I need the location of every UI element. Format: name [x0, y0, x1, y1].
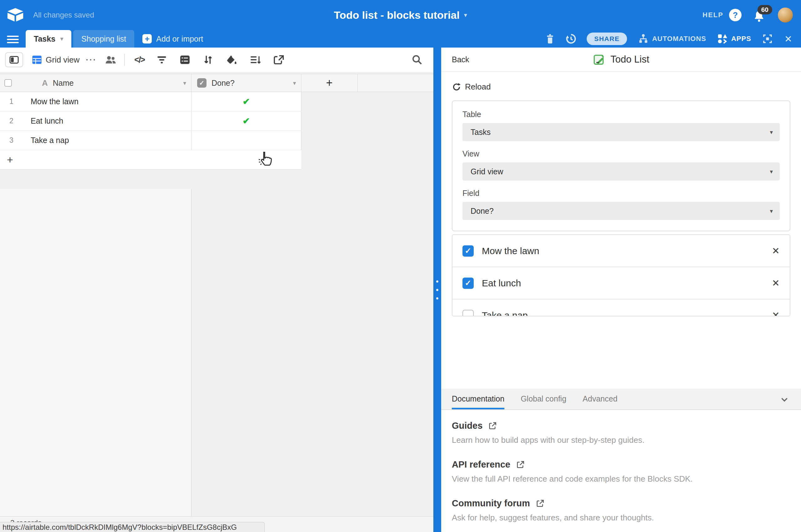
- doc-link-api-reference[interactable]: API reference View the full API referenc…: [452, 459, 790, 484]
- field-field-label: Field: [462, 189, 780, 198]
- table-row[interactable]: 3 Take a nap: [0, 131, 301, 150]
- grid-view-button[interactable]: [32, 55, 42, 64]
- reload-label: Reload: [465, 82, 491, 92]
- sidebar-menu-button[interactable]: [7, 36, 19, 43]
- search-icon: [412, 54, 423, 65]
- doc-link-community-forum[interactable]: Community forum Ask for help, suggest fe…: [452, 498, 790, 522]
- chevron-down-icon[interactable]: ▾: [293, 79, 296, 87]
- color-button[interactable]: [226, 55, 237, 65]
- view-name[interactable]: Grid view: [46, 55, 79, 65]
- hide-fields-icon[interactable]: </>: [134, 55, 145, 65]
- help-question-icon[interactable]: ?: [729, 9, 742, 21]
- external-link-icon: [536, 499, 545, 508]
- task-row[interactable]: ✓ Mow the lawn ✕: [453, 235, 790, 267]
- trash-icon: [545, 33, 555, 45]
- text-field-icon: A: [42, 78, 48, 88]
- table-row[interactable]: 2 Eat lunch ✔: [0, 111, 301, 131]
- top-bar: All changes saved Todo list - blocks tut…: [0, 0, 801, 30]
- chevron-down-icon[interactable]: ▾: [60, 35, 63, 42]
- tab-tasks[interactable]: Tasks ▾: [26, 30, 71, 48]
- share-button[interactable]: SHARE: [587, 33, 627, 45]
- doc-link-title[interactable]: Guides: [452, 421, 482, 431]
- doc-link-guides[interactable]: Guides Learn how to build apps with our …: [452, 421, 790, 445]
- field-select[interactable]: Done? ▾: [462, 202, 780, 220]
- fullscreen-icon[interactable]: [762, 33, 773, 44]
- status-url-tooltip: https://airtable.com/tblDckRkDIMlg6MgV?b…: [0, 522, 265, 532]
- task-list: ✓ Mow the lawn ✕ ✓ Eat lunch ✕ Take a na…: [452, 234, 790, 316]
- cell-name[interactable]: Eat lunch: [31, 111, 191, 131]
- filter-button[interactable]: [156, 55, 167, 64]
- sort-button[interactable]: [203, 55, 213, 65]
- chevron-down-icon[interactable]: ▾: [183, 79, 186, 87]
- back-button[interactable]: Back: [452, 55, 469, 64]
- delete-task-icon[interactable]: ✕: [772, 278, 780, 288]
- share-view-button[interactable]: [273, 55, 284, 65]
- row-height-button[interactable]: [250, 55, 261, 65]
- task-checkbox-checked[interactable]: ✓: [462, 245, 474, 256]
- table-row[interactable]: 1 Mow the lawn ✔: [0, 92, 301, 111]
- field-select-value: Done?: [471, 207, 494, 216]
- chevron-down-icon: ▾: [770, 208, 773, 215]
- help-button[interactable]: HELP: [702, 11, 723, 19]
- column-header-name[interactable]: A Name ▾: [0, 74, 191, 92]
- task-checkbox-checked[interactable]: ✓: [462, 278, 474, 289]
- delete-task-icon[interactable]: ✕: [772, 245, 780, 256]
- collapse-chevron-icon[interactable]: [779, 394, 790, 405]
- trash-button[interactable]: [545, 33, 555, 45]
- task-row[interactable]: ✓ Eat lunch ✕: [453, 267, 790, 300]
- tab-shopping-list[interactable]: Shopping list: [73, 30, 134, 48]
- view-select-value: Grid view: [471, 167, 503, 176]
- row-number: 1: [0, 97, 31, 106]
- table-select[interactable]: Tasks ▾: [462, 123, 780, 141]
- tab-global-config[interactable]: Global config: [521, 389, 566, 409]
- view-select[interactable]: Grid view ▾: [462, 163, 780, 180]
- plus-icon: +: [326, 76, 332, 90]
- automations-button[interactable]: AUTOMATIONS: [638, 33, 706, 44]
- grid-view-icon: [32, 55, 42, 64]
- cell-done[interactable]: ✔: [191, 92, 301, 111]
- sidebar-toggle-icon: [9, 56, 19, 64]
- panel-tab-bar: Documentation Global config Advanced: [441, 389, 801, 410]
- add-field-button[interactable]: +: [301, 74, 358, 92]
- search-button[interactable]: [412, 54, 423, 65]
- tab-advanced[interactable]: Advanced: [583, 389, 617, 409]
- close-panel-icon[interactable]: ✕: [784, 34, 792, 44]
- base-title-menu[interactable]: Todo list - blocks tutorial ▾: [334, 0, 467, 30]
- row-height-icon: [250, 55, 261, 65]
- view-sidebar-toggle-button[interactable]: [5, 52, 23, 67]
- notifications-button[interactable]: 60: [752, 7, 767, 23]
- doc-link-title[interactable]: API reference: [452, 459, 510, 470]
- panel-resize-handle[interactable]: [433, 48, 441, 532]
- checkbox-field-icon: ✓: [197, 78, 207, 88]
- grid-header-row: A Name ▾ ✓ Done? ▾ +: [0, 74, 433, 92]
- task-checkbox-unchecked[interactable]: [462, 310, 474, 317]
- doc-link-description: Ask for help, suggest features, and shar…: [452, 513, 790, 522]
- user-avatar[interactable]: [778, 7, 793, 22]
- add-or-import-label: Add or import: [156, 34, 203, 43]
- view-options-icon[interactable]: ···: [86, 55, 97, 65]
- cell-done[interactable]: [191, 131, 301, 150]
- collaborators-button[interactable]: [105, 55, 117, 65]
- doc-link-title[interactable]: Community forum: [452, 498, 530, 509]
- airtable-logo-icon[interactable]: [6, 7, 24, 22]
- cell-name[interactable]: Take a nap: [31, 131, 191, 150]
- cell-done[interactable]: ✔: [191, 111, 301, 131]
- column-header-done[interactable]: ✓ Done? ▾: [191, 74, 301, 92]
- tab-documentation[interactable]: Documentation: [452, 389, 504, 409]
- history-button[interactable]: [565, 33, 577, 45]
- apps-button[interactable]: APPS: [717, 33, 751, 44]
- reload-button[interactable]: Reload: [452, 82, 801, 92]
- external-link-icon: [516, 460, 525, 469]
- delete-task-icon[interactable]: ✕: [772, 310, 780, 316]
- add-or-import-button[interactable]: + Add or import: [142, 30, 203, 48]
- select-all-checkbox[interactable]: [4, 79, 12, 87]
- edit-app-icon[interactable]: [593, 53, 606, 66]
- group-button[interactable]: [179, 55, 190, 65]
- share-view-icon: [273, 55, 284, 65]
- add-row-button[interactable]: +: [0, 150, 301, 170]
- task-label: Eat lunch: [482, 278, 521, 288]
- task-row[interactable]: Take a nap ✕: [453, 300, 790, 316]
- tab-shopping-list-label: Shopping list: [81, 34, 126, 43]
- apps-label: APPS: [731, 35, 751, 43]
- cell-name[interactable]: Mow the lawn: [31, 92, 191, 111]
